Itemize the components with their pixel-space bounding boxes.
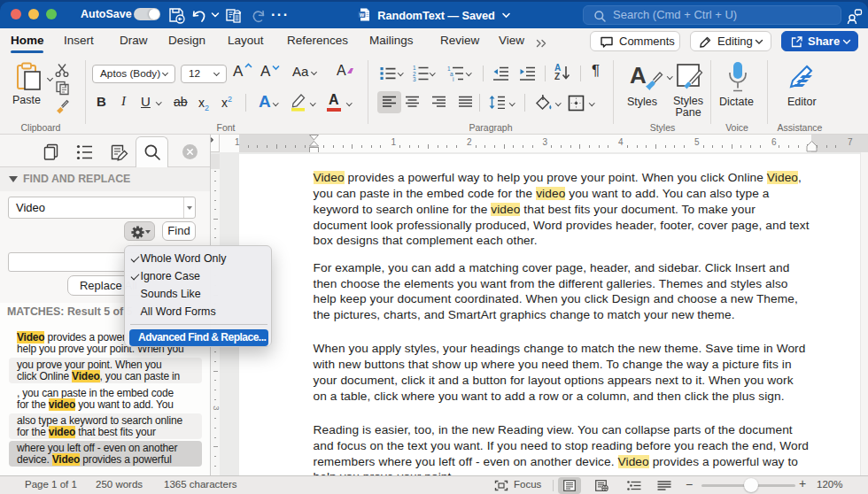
svg-text:i: i: [453, 76, 453, 81]
svg-text:3: 3: [413, 76, 416, 81]
svg-text:w: w: [359, 12, 365, 18]
